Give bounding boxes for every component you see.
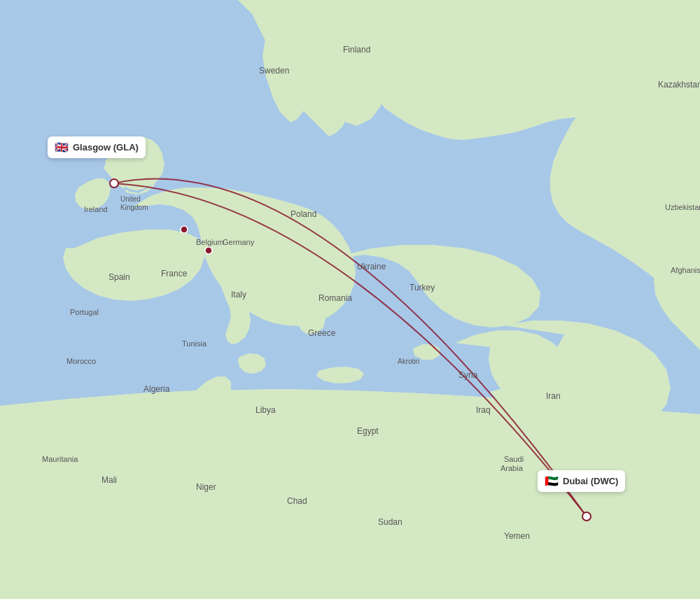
tunisia-label: Tunisia [182,339,207,348]
portugal-label: Portugal [70,308,99,316]
iran-label: Iran [546,391,561,401]
mauritania-label: Mauritania [42,455,78,463]
spain-label: Spain [108,272,130,282]
turkey-label: Turkey [410,283,435,293]
ireland-label: Ireland [84,205,108,213]
uae-flag: 🇦🇪 [545,474,559,488]
map-container: Ireland United Kingdom Sweden Finland Po… [0,0,700,599]
mali-label: Mali [102,475,117,485]
libya-label: Libya [255,405,276,415]
poland-label: Poland [290,209,316,219]
uk-label2: Kingdom [120,204,148,211]
syria-label: Syria [458,370,478,380]
germany-label: Germany [223,238,255,246]
niger-label: Niger [196,482,216,492]
morocco-label: Morocco [66,357,96,365]
uzbekistan-label: Uzbekistan [665,203,700,211]
uk-label: United [120,195,141,203]
saudi-arabia-label: Saudi [504,455,524,463]
belgium-label: Belgium [196,238,224,246]
italy-label: Italy [231,290,246,300]
sudan-label: Sudan [378,517,402,527]
kazakhstan-label: Kazakhstan [658,80,700,90]
iraq-label: Iraq [476,405,491,415]
dubai-text: Dubai (DWC) [563,476,618,486]
svg-point-4 [582,512,591,521]
chad-label: Chad [287,496,307,506]
dubai-label: 🇦🇪 Dubai (DWC) [538,470,625,492]
svg-point-1 [181,226,188,233]
glasgow-text: Glasgow (GLA) [73,142,139,153]
algeria-label: Algeria [144,384,170,394]
ukraine-label: Ukraine [357,262,386,272]
saudi-arabia-label2: Arabia [500,464,524,472]
yemen-label: Yemen [504,531,530,541]
sweden-label: Sweden [259,66,289,76]
egypt-label: Egypt [357,426,379,436]
afghanistan-label: Afghanistan [671,266,700,274]
glasgow-label: 🇬🇧 Glasgow (GLA) [48,136,146,158]
france-label: France [161,269,188,279]
svg-point-2 [205,247,212,254]
uk-flag: 🇬🇧 [55,141,69,154]
greece-label: Greece [308,328,336,338]
svg-point-3 [110,179,118,188]
romania-label: Romania [318,293,352,303]
akrotiri-label: Akrotiri [398,358,419,365]
finland-label: Finland [343,45,370,55]
